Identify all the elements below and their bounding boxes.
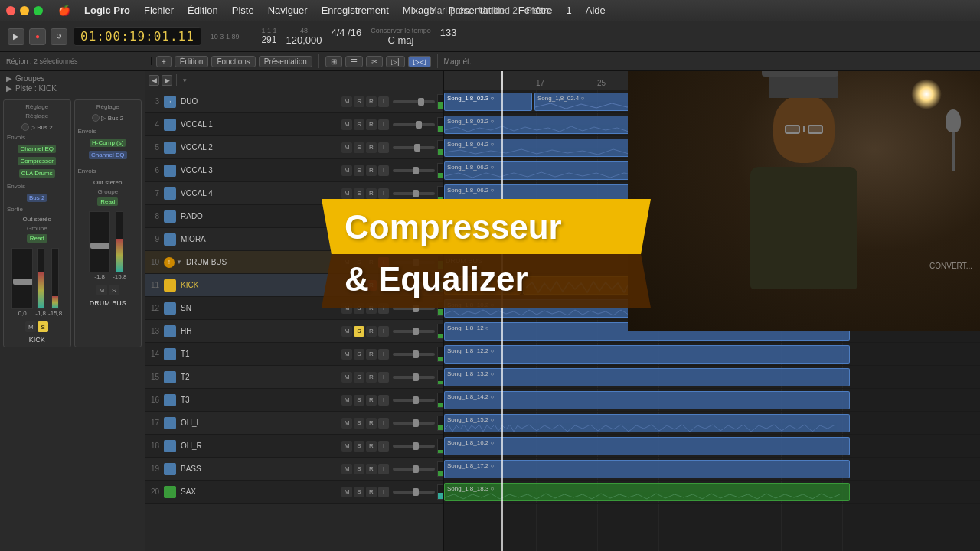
v2-fader[interactable] xyxy=(393,146,435,149)
t1-i[interactable]: I xyxy=(378,349,389,360)
duo-fader[interactable] xyxy=(393,100,435,103)
region-ohleft[interactable]: Song_1,8_15.2 ○ xyxy=(444,414,850,432)
t3-m[interactable]: M xyxy=(341,395,352,406)
sax-fader[interactable] xyxy=(393,491,435,494)
menu-fichier[interactable]: Fichier xyxy=(138,3,180,18)
ohl-r[interactable]: R xyxy=(366,418,377,429)
close-button[interactable] xyxy=(6,6,15,15)
ohr-r[interactable]: R xyxy=(366,441,377,452)
ohr-fader[interactable] xyxy=(393,445,435,448)
hh-s[interactable]: S xyxy=(354,326,364,337)
compressor-plugin[interactable]: Compressor xyxy=(18,157,56,165)
ohr-m[interactable]: M xyxy=(341,441,352,452)
grid-view-button[interactable]: ⊞ xyxy=(325,56,342,67)
bus2-plugin[interactable]: Bus 2 xyxy=(27,194,47,202)
knob-2[interactable] xyxy=(92,114,100,122)
duo-m[interactable]: M xyxy=(341,96,352,107)
region-sax[interactable]: Song_1,8_18.3 ○ xyxy=(444,483,850,501)
v2-m[interactable]: M xyxy=(341,142,352,153)
read-btn[interactable]: Read xyxy=(27,234,47,243)
v4-m[interactable]: M xyxy=(341,188,352,199)
t2-r[interactable]: R xyxy=(366,372,377,383)
sax-r[interactable]: R xyxy=(366,487,377,497)
bass-i[interactable]: I xyxy=(378,464,389,474)
cla-drums-plugin[interactable]: CLA Drums xyxy=(19,169,55,178)
v3-m[interactable]: M xyxy=(341,165,352,176)
channel-eq-plugin[interactable]: Channel EQ xyxy=(18,145,56,153)
region-ohright[interactable]: Song_1,8_16.2 ○ xyxy=(444,437,850,455)
v2-r[interactable]: R xyxy=(366,142,377,153)
tool3-button[interactable]: ▷◁ xyxy=(408,56,431,67)
region-duo-1[interactable]: Song_1,8_02.3 ○ xyxy=(444,93,532,111)
nav-back-button[interactable]: ◀ xyxy=(149,75,159,86)
ohl-i[interactable]: I xyxy=(378,418,389,429)
nav-forward-button[interactable]: ▶ xyxy=(162,75,172,86)
minimize-button[interactable] xyxy=(20,6,29,15)
menu-piste[interactable]: Piste xyxy=(226,3,260,18)
v4-i[interactable]: I xyxy=(378,188,389,199)
region-bass[interactable]: Song_1,8_17.2 ○ xyxy=(444,460,850,478)
t3-s[interactable]: S xyxy=(354,395,364,406)
read-btn-2[interactable]: Read xyxy=(97,197,118,206)
traffic-lights[interactable] xyxy=(6,6,43,15)
t1-r[interactable]: R xyxy=(366,349,377,360)
bus-2-btn-2[interactable]: ▷ Bus 2 xyxy=(101,115,123,122)
v4-r[interactable]: R xyxy=(366,188,377,199)
bass-s[interactable]: S xyxy=(354,464,364,474)
kick-m-btn[interactable]: M xyxy=(25,321,36,332)
drumbus-fader[interactable] xyxy=(89,211,110,272)
v4-fader[interactable] xyxy=(393,192,435,195)
tool1-button[interactable]: ✂ xyxy=(366,56,383,67)
add-track-button[interactable]: + xyxy=(156,56,172,67)
menu-naviguer[interactable]: Naviguer xyxy=(262,3,314,18)
kick-fader[interactable] xyxy=(11,248,33,309)
ohr-i[interactable]: I xyxy=(378,441,389,452)
bus-2-btn[interactable]: ▷ Bus 2 xyxy=(31,124,53,131)
v1-fader[interactable] xyxy=(393,123,435,126)
hh-m[interactable]: M xyxy=(341,326,352,337)
region-t1[interactable]: Song_1,8_12.2 ○ xyxy=(444,345,850,364)
t2-m[interactable]: M xyxy=(341,372,352,383)
hh-i[interactable]: I xyxy=(378,326,389,337)
bass-r[interactable]: R xyxy=(366,464,377,474)
maximize-button[interactable] xyxy=(34,6,43,15)
duo-s[interactable]: S xyxy=(354,96,364,107)
kick-s-btn[interactable]: S xyxy=(38,321,48,332)
v1-m[interactable]: M xyxy=(341,119,352,130)
t1-fader[interactable] xyxy=(393,353,435,356)
v1-s[interactable]: S xyxy=(354,119,364,130)
duo-r[interactable]: R xyxy=(366,96,377,107)
tool2-button[interactable]: ▷| xyxy=(386,56,405,67)
ohl-s[interactable]: S xyxy=(354,418,364,429)
ohl-m[interactable]: M xyxy=(341,418,352,429)
t2-s[interactable]: S xyxy=(354,372,364,383)
play-button[interactable]: ▶ xyxy=(8,28,24,45)
apple-menu[interactable]: 🍎 xyxy=(52,3,77,18)
list-view-button[interactable]: ☰ xyxy=(345,56,363,67)
region-t2[interactable]: Song_1,8_13.2 ○ xyxy=(444,368,850,386)
cycle-button[interactable]: ↺ xyxy=(51,28,67,45)
sax-i[interactable]: I xyxy=(378,487,389,497)
t3-r[interactable]: R xyxy=(366,395,377,406)
bass-m[interactable]: M xyxy=(341,464,352,474)
knob-1[interactable] xyxy=(21,123,29,131)
t3-i[interactable]: I xyxy=(378,395,389,406)
v1-r[interactable]: R xyxy=(366,119,377,130)
t1-m[interactable]: M xyxy=(341,349,352,360)
t1-s[interactable]: S xyxy=(354,349,364,360)
menu-enregistrement[interactable]: Enregistrement xyxy=(315,3,395,18)
v3-s[interactable]: S xyxy=(354,165,364,176)
v2-i[interactable]: I xyxy=(378,142,389,153)
bass-fader[interactable] xyxy=(393,468,435,471)
t2-i[interactable]: I xyxy=(378,372,389,383)
t2-fader[interactable] xyxy=(393,376,435,379)
sax-s[interactable]: S xyxy=(354,487,364,497)
ohl-fader[interactable] xyxy=(393,422,435,425)
hh-r[interactable]: R xyxy=(366,326,377,337)
hcomp-plugin[interactable]: H-Comp (s) xyxy=(90,139,126,147)
menu-aide[interactable]: Aide xyxy=(580,3,612,18)
v4-s[interactable]: S xyxy=(354,188,364,199)
hh-fader[interactable] xyxy=(393,330,435,333)
edition-dropdown[interactable]: Édition xyxy=(175,56,209,67)
channel-eq-plugin-2[interactable]: Channel EQ xyxy=(89,151,127,159)
